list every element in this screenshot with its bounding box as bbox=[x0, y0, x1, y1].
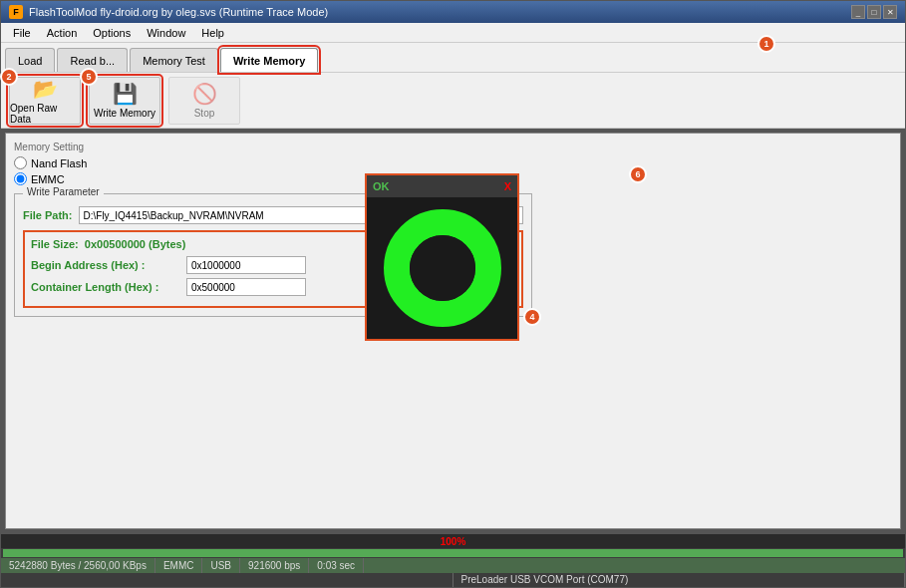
nand-radio[interactable] bbox=[14, 156, 27, 169]
status-progress-label-row: 100% bbox=[1, 534, 905, 548]
open-raw-data-button[interactable]: 📂 Open Raw Data 2 bbox=[9, 77, 81, 125]
write-memory-button[interactable]: 💾 Write Memory 5 bbox=[89, 77, 160, 125]
title-bar: F FlashToolMod fly-droid.org by oleg.svs… bbox=[1, 1, 905, 23]
tab-load[interactable]: Load bbox=[5, 48, 55, 72]
main-content: Memory Setting Nand Flash EMMC 3 Write P… bbox=[1, 129, 905, 533]
dialog-title-bar: OK X bbox=[367, 175, 517, 197]
svg-point-2 bbox=[410, 235, 475, 301]
stop-label: Stop bbox=[194, 108, 215, 119]
dialog-close-button[interactable]: X bbox=[504, 180, 511, 192]
port-label-cell: PreLoader USB VCOM Port (COM77) bbox=[453, 573, 906, 587]
file-size-value: 0x00500000 (Bytes) bbox=[85, 238, 186, 250]
status-row1: 5242880 Bytes / 2560,00 KBps EMMC USB 92… bbox=[1, 558, 905, 572]
emmc-radio[interactable] bbox=[14, 172, 27, 185]
bytes-info-cell: 5242880 Bytes / 2560,00 KBps bbox=[1, 558, 155, 572]
progress-fill bbox=[3, 549, 903, 557]
menu-help[interactable]: Help bbox=[193, 25, 232, 41]
tab-memory-test[interactable]: Memory Test bbox=[130, 48, 218, 72]
open-icon: 📂 bbox=[33, 77, 58, 101]
container-length-input[interactable] bbox=[186, 278, 306, 296]
status-progress-percent: 100% bbox=[441, 536, 466, 547]
title-bar-left: F FlashToolMod fly-droid.org by oleg.svs… bbox=[9, 5, 328, 19]
memory-setting-label: Memory Setting bbox=[14, 142, 892, 152]
stop-icon: 🚫 bbox=[192, 82, 217, 106]
time-cell: 0:03 sec bbox=[309, 558, 364, 572]
tab-write-memory[interactable]: Write Memory bbox=[220, 48, 319, 72]
usb-cell: USB bbox=[202, 558, 240, 572]
main-window: F FlashToolMod fly-droid.org by oleg.svs… bbox=[0, 0, 906, 588]
write-param-title: Write Parameter bbox=[23, 186, 104, 197]
write-memory-label: Write Memory bbox=[94, 108, 155, 119]
dialog-ok-label: OK bbox=[373, 180, 390, 192]
maximize-button[interactable]: □ bbox=[867, 5, 881, 19]
donut-container bbox=[367, 197, 517, 339]
progress-dialog: OK X 6 bbox=[365, 173, 519, 341]
status-empty-cell bbox=[1, 573, 453, 587]
status-bar: 100% 5242880 Bytes / 2560,00 KBps EMMC U… bbox=[1, 533, 905, 587]
inner-panel: Memory Setting Nand Flash EMMC 3 Write P… bbox=[5, 133, 901, 529]
tab-bar: Load Read b... Memory Test Write Memory … bbox=[1, 43, 905, 73]
menu-action[interactable]: Action bbox=[39, 25, 86, 41]
write-icon: 💾 bbox=[113, 82, 138, 106]
toolbar-buttons: 📂 Open Raw Data 2 💾 Write Memory 5 🚫 Sto… bbox=[1, 73, 905, 129]
minimize-button[interactable]: _ bbox=[851, 5, 865, 19]
file-size-label: File Size: bbox=[31, 238, 79, 250]
menu-window[interactable]: Window bbox=[139, 25, 193, 41]
open-raw-data-label: Open Raw Data bbox=[10, 103, 80, 125]
baud-cell: 921600 bps bbox=[240, 558, 309, 572]
file-path-label: File Path: bbox=[23, 209, 73, 221]
stop-button[interactable]: 🚫 Stop bbox=[168, 77, 240, 125]
menu-options[interactable]: Options bbox=[85, 25, 139, 41]
emmc-cell: EMMC bbox=[155, 558, 203, 572]
emmc-label: EMMC bbox=[31, 173, 65, 185]
radio-nand[interactable]: Nand Flash bbox=[14, 156, 892, 169]
app-icon: F bbox=[9, 5, 23, 19]
window-title: FlashToolMod fly-droid.org by oleg.svs (… bbox=[29, 6, 328, 18]
nand-label: Nand Flash bbox=[31, 157, 87, 169]
menu-bar: File Action Options Window Help bbox=[1, 23, 905, 43]
begin-address-label: Begin Address (Hex) : bbox=[31, 259, 180, 271]
status-row2: PreLoader USB VCOM Port (COM77) bbox=[1, 573, 905, 587]
tab-read[interactable]: Read b... bbox=[57, 48, 128, 72]
title-controls: _ □ ✕ bbox=[851, 5, 897, 19]
port-label: PreLoader USB VCOM Port (COM77) bbox=[461, 574, 629, 585]
container-length-label: Container Length (Hex) : bbox=[31, 281, 180, 293]
progress-donut bbox=[383, 208, 502, 328]
menu-file[interactable]: File bbox=[5, 25, 39, 41]
annotation-4: 4 bbox=[523, 308, 541, 326]
close-button[interactable]: ✕ bbox=[883, 5, 897, 19]
begin-address-input[interactable] bbox=[186, 256, 306, 274]
